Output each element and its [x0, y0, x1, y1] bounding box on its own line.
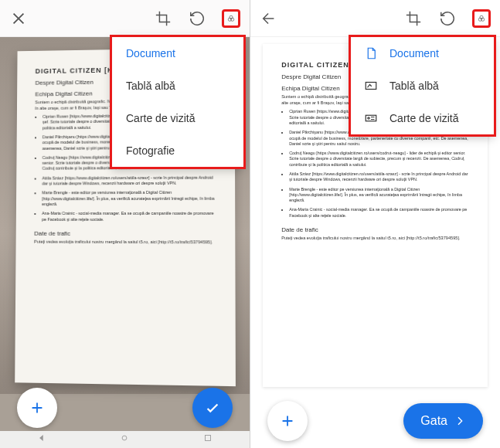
filters-icon[interactable] [472, 9, 491, 28]
menu-item-label: Tablă albă [126, 80, 175, 92]
filters-icon[interactable] [222, 9, 240, 28]
menu-item-label: Tablă albă [389, 80, 439, 92]
menu-item-label: Carte de vizită [126, 112, 195, 124]
menu-item-whiteboard[interactable]: Tablă albă [351, 70, 494, 102]
menu-item-label: Document [389, 47, 439, 59]
toolbar [250, 0, 500, 37]
document-icon [363, 46, 379, 61]
list-item: Ana-Maria Crainic - social-media manager… [42, 211, 216, 222]
filter-menu: Document Tablă albă Carte de vizită [351, 37, 494, 134]
menu-item-businesscard[interactable]: Carte de vizită [351, 102, 494, 134]
crop-icon[interactable] [154, 9, 172, 28]
list-item: Marte Brengle - este editor pe versiunea… [43, 190, 217, 207]
doc-paragraph: Puteţi vedea evoluţia traficului nostru … [281, 236, 469, 242]
bottom-bar [0, 385, 250, 431]
rotate-icon[interactable] [438, 9, 457, 28]
menu-item-document[interactable]: Document [351, 37, 494, 70]
done-button-label: Gata [420, 414, 447, 428]
menu-item-label: Fotografie [126, 144, 175, 157]
doc-h2: Date de trafic [281, 226, 469, 233]
svg-point-3 [123, 436, 128, 440]
left-screenshot: DIGITAL CITIZEN [HTTPS Despre Digital Ci… [0, 0, 250, 448]
menu-item-whiteboard[interactable]: Tablă albă [112, 70, 243, 102]
nav-recents-icon[interactable] [202, 433, 213, 446]
nav-home-icon[interactable] [119, 433, 130, 446]
menu-item-photo[interactable]: Fotografie [112, 134, 243, 167]
android-navbar [0, 431, 250, 448]
add-page-button[interactable] [267, 401, 308, 441]
done-button[interactable]: Gata [403, 403, 483, 439]
doc-h2: Date de trafic [35, 230, 217, 237]
card-icon [363, 110, 379, 126]
menu-item-document[interactable]: Document [112, 37, 243, 70]
menu-item-label: Carte de vizită [389, 112, 458, 124]
right-screenshot: DIGITAL CITIZEN [HTTPS Despre Digital Ci… [250, 0, 500, 448]
add-page-button[interactable] [17, 388, 57, 428]
svg-rect-4 [206, 436, 211, 441]
rotate-icon[interactable] [188, 9, 206, 28]
back-arrow-icon[interactable] [260, 9, 278, 28]
whiteboard-icon [363, 78, 379, 93]
toolbar [0, 0, 250, 37]
list-item: Marte Brengle - este editor pe versiunea… [289, 187, 469, 204]
close-icon[interactable] [9, 9, 28, 28]
menu-item-businesscard[interactable]: Carte de vizită [112, 102, 243, 134]
list-item: Codruţ Neagu [https://www.digitalcitizen… [289, 151, 469, 168]
list-item: Ana-Maria Crainic - social-media manager… [289, 207, 469, 219]
doc-paragraph: Puteţi vedea evoluţia traficului nostru … [34, 239, 216, 245]
bottom-bar: Gata [250, 394, 500, 448]
filter-menu: Document Tablă albă Carte de vizită Foto… [112, 37, 243, 167]
nav-back-icon[interactable] [36, 433, 47, 446]
menu-item-label: Document [126, 47, 175, 59]
list-item: Attila Szász [https://www.digitalcitizen… [289, 171, 469, 183]
crop-icon[interactable] [404, 9, 423, 28]
svg-point-10 [368, 117, 369, 119]
list-item: Attila Szász [https://www.digitalcitizen… [43, 175, 217, 186]
confirm-button[interactable] [192, 388, 233, 428]
